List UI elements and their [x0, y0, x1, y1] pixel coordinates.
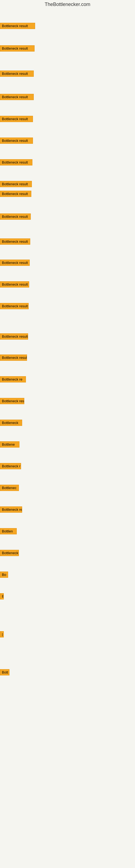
bottleneck-item-27: B — [0, 593, 4, 600]
bottleneck-label-6: Bottleneck result — [0, 137, 33, 144]
bottleneck-item-22: Bottlenec — [0, 485, 19, 492]
bottleneck-label-19: Bottleneck — [0, 420, 22, 426]
bottleneck-item-14: Bottleneck result — [0, 303, 29, 310]
bottleneck-item-1: Bottleneck result — [0, 23, 35, 30]
bottleneck-item-19: Bottleneck — [0, 420, 22, 427]
bottleneck-label-15: Bottleneck result — [0, 333, 28, 340]
bottleneck-label-14: Bottleneck result — [0, 303, 29, 309]
bottleneck-label-10: Bottleneck result — [0, 214, 31, 220]
bottleneck-label-1: Bottleneck result — [0, 23, 35, 29]
bottleneck-label-16: Bottleneck result — [0, 354, 27, 361]
bottleneck-label-3: Bottleneck result — [0, 70, 34, 77]
bottleneck-label-29: Bott — [0, 669, 9, 675]
bottleneck-item-10: Bottleneck result — [0, 214, 31, 221]
site-header: TheBottlenecker.com — [0, 0, 135, 7]
bottleneck-item-29: Bott — [0, 669, 9, 677]
bottleneck-item-8: Bottleneck result — [0, 181, 32, 188]
bottleneck-item-21: Bottleneck r — [0, 463, 21, 470]
bottleneck-label-21: Bottleneck r — [0, 463, 21, 469]
bottleneck-item-13: Bottleneck result — [0, 281, 29, 289]
bottleneck-label-8: Bottleneck result — [0, 181, 32, 187]
bottleneck-label-28: | — [0, 631, 4, 638]
bottleneck-label-7: Bottleneck result — [0, 159, 32, 165]
bottleneck-label-22: Bottlenec — [0, 485, 19, 491]
bottleneck-item-20: Bottlene — [0, 441, 19, 448]
bottleneck-item-2: Bottleneck result — [0, 45, 35, 53]
bottleneck-label-11: Bottleneck result — [0, 239, 30, 245]
bottleneck-label-13: Bottleneck result — [0, 281, 29, 287]
bottleneck-item-7: Bottleneck result — [0, 159, 32, 166]
bottleneck-item-17: Bottleneck re — [0, 376, 26, 383]
bottleneck-label-25: Bottleneck — [0, 550, 19, 556]
bottleneck-label-17: Bottleneck re — [0, 376, 26, 382]
bottleneck-label-20: Bottlene — [0, 441, 19, 447]
bottleneck-label-9: Bottleneck result — [0, 191, 31, 197]
site-title: TheBottlenecker.com — [45, 0, 90, 8]
bottleneck-item-15: Bottleneck result — [0, 333, 28, 341]
bottleneck-label-4: Bottleneck result — [0, 94, 34, 100]
bottleneck-item-16: Bottleneck result — [0, 354, 27, 362]
bottleneck-label-23: Bottleneck re — [0, 506, 22, 513]
bottleneck-item-18: Bottleneck resu — [0, 398, 24, 405]
bottleneck-label-5: Bottleneck result — [0, 116, 33, 122]
bottleneck-label-2: Bottleneck result — [0, 45, 35, 52]
bottleneck-label-24: Bottlen — [0, 528, 17, 534]
bottleneck-label-12: Bottleneck result — [0, 259, 30, 266]
bottleneck-item-9: Bottleneck result — [0, 191, 31, 198]
bottleneck-item-25: Bottleneck — [0, 550, 19, 557]
bottleneck-item-5: Bottleneck result — [0, 116, 33, 123]
bottleneck-item-3: Bottleneck result — [0, 70, 34, 78]
bottleneck-label-18: Bottleneck resu — [0, 398, 24, 404]
bottleneck-label-26: Bo — [0, 571, 8, 578]
bottleneck-item-24: Bottlen — [0, 528, 17, 535]
bottleneck-label-27: B — [0, 593, 4, 599]
bottleneck-item-11: Bottleneck result — [0, 239, 30, 246]
bottleneck-item-26: Bo — [0, 571, 8, 579]
bottleneck-item-23: Bottleneck re — [0, 506, 22, 514]
bottleneck-item-4: Bottleneck result — [0, 94, 34, 101]
bottleneck-item-12: Bottleneck result — [0, 259, 30, 267]
bottleneck-item-6: Bottleneck result — [0, 137, 33, 145]
bottleneck-item-28: | — [0, 631, 4, 639]
